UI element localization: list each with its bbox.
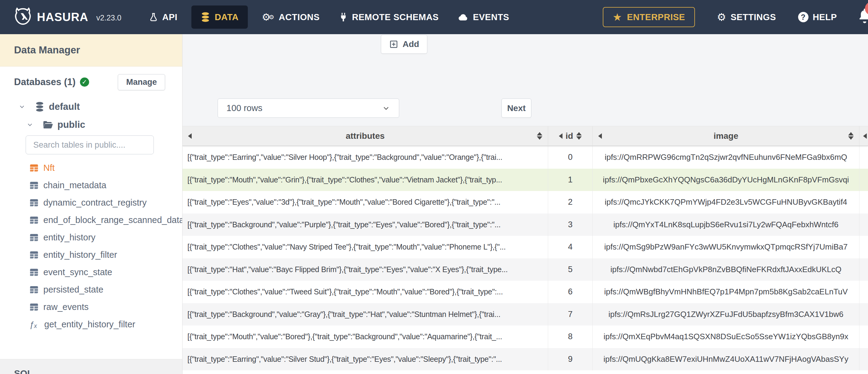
cell-attributes: [{"trait_type":"Earring","value":"Silver…: [183, 146, 548, 169]
cell-partial: [860, 169, 868, 191]
rows-per-page-select[interactable]: 100 rows: [218, 98, 399, 118]
table-row[interactable]: [{"trait_type":"Earring","value":"Silver…: [183, 146, 868, 169]
tables-list: ƒₓ Nft ƒₓ chain_metadata ƒₓ dynamic_: [0, 159, 182, 333]
sidebar-table-item[interactable]: ƒₓ raw_events: [0, 298, 182, 316]
nav-item-actions[interactable]: ⚙⚙ ACTIONS: [252, 12, 330, 22]
cell-id: 6: [548, 281, 593, 303]
column-header-image[interactable]: image: [593, 126, 860, 146]
sort-icon: [576, 132, 582, 140]
expand-column-icon: [559, 133, 562, 139]
nav-item-api[interactable]: API: [139, 12, 187, 22]
gears-icon: ⚙⚙: [262, 12, 275, 22]
sidebar-body: Databases (1) ✓ Manage default: [0, 66, 182, 359]
sidebar-table-item[interactable]: ƒₓ end_of_block_range_scanned_data: [0, 211, 182, 229]
cell-attributes: [{"trait_type":"Earring","value":"Silver…: [183, 348, 548, 371]
nav-item-remote-schemas[interactable]: REMOTE SCHEMAS: [329, 12, 448, 22]
sidebar-table-item[interactable]: ƒₓ dynamic_contract_registry: [0, 194, 182, 211]
sidebar-table-item[interactable]: ƒₓ Nft: [0, 159, 182, 177]
nav-item-help[interactable]: ? HELP: [798, 12, 837, 22]
cell-image: ipfs://QmWBgfBhyVmHNhBfEQ7p1P4Mpn7pm5b8K…: [593, 281, 860, 303]
cell-attributes: [{"trait_type":"Background","value":"Gra…: [183, 303, 548, 326]
cell-image: ipfs://QmPbxeGcXhYQQNgsC6a36dDyYUcHgMLnG…: [593, 169, 860, 191]
cell-partial: [860, 214, 868, 236]
table-row[interactable]: [{"trait_type":"Mouth","value":"Grin"},{…: [183, 169, 868, 191]
tree-item-schema[interactable]: public: [0, 116, 182, 134]
page-body: Data Manager Databases (1) ✓ Manage d: [0, 34, 868, 374]
cell-partial: [860, 258, 868, 281]
table-icon: [29, 268, 39, 277]
databases-row: Databases (1) ✓ Manage: [14, 74, 165, 90]
cell-image: ipfs://QmSg9bPzW9anFYc3wWU5KnvymwkxQTpmq…: [593, 236, 860, 258]
cell-attributes: [{"trait_type":"Mouth","value":"Bored"},…: [183, 325, 548, 348]
cell-id: 7: [548, 303, 593, 326]
main-content: Add 100 rows Next attributes id: [183, 34, 868, 374]
nav-menu: API DATA ⚙⚙ ACTIONS REMOTE SCHEMAS EVENT…: [139, 5, 519, 29]
version-label: v2.23.0: [96, 13, 121, 22]
cell-partial: [860, 281, 868, 303]
sidebar-table-item[interactable]: ƒₓ persisted_state: [0, 281, 182, 298]
star-icon: ★: [613, 12, 622, 22]
column-header-partial[interactable]: [860, 126, 868, 146]
cell-image: ipfs://QmXEqPbvM4aq1SQSXN8DSuEcSo5SseYW1…: [593, 325, 860, 348]
sidebar-table-item[interactable]: ƒₓ event_sync_state: [0, 263, 182, 281]
sidebar-table-item[interactable]: ƒₓ get_entity_history_filter: [0, 316, 182, 333]
expand-column-icon: [598, 133, 602, 139]
function-icon: ƒₓ: [29, 320, 40, 330]
table-icon: [29, 198, 39, 208]
search-tables-input[interactable]: [26, 135, 154, 154]
chevron-down-icon: [26, 121, 34, 128]
table-row[interactable]: [{"trait_type":"Clothes","value":"Navy S…: [183, 236, 868, 258]
flask-icon: [149, 12, 158, 22]
next-page-button[interactable]: Next: [501, 98, 531, 118]
sidebar-table-item[interactable]: ƒₓ entity_history_filter: [0, 246, 182, 263]
column-header-id[interactable]: id: [548, 126, 593, 146]
nav-item-settings[interactable]: ⚙ SETTINGS: [717, 12, 776, 22]
cell-image: ipfs://QmRRPWG96cmgTn2qSzjwr2qvfNEuhunv6…: [593, 146, 860, 169]
cell-attributes: [{"trait_type":"Clothes","value":"Tweed …: [183, 281, 548, 303]
chevron-down-icon: [382, 104, 390, 113]
column-header-attributes[interactable]: attributes: [183, 126, 548, 146]
manage-button[interactable]: Manage: [118, 74, 165, 90]
browse-rows-table: attributes id image: [183, 126, 868, 374]
cell-image: ipfs://QmNwbd7ctEhGpVkP8nZvBBQfiNeFKRdxf…: [593, 258, 860, 281]
tree-item-database[interactable]: default: [0, 98, 182, 116]
table-row[interactable]: [{"trait_type":"Eyes","value":"3d"},{"tr…: [183, 191, 868, 214]
notifications-bell[interactable]: 8: [857, 7, 868, 27]
table-icon: [29, 250, 39, 259]
table-row[interactable]: [{"trait_type":"Background","value":"Pur…: [183, 214, 868, 236]
cell-partial: [860, 191, 868, 214]
nav-item-data[interactable]: DATA: [191, 5, 248, 29]
navbar-right: ★ ENTERPRISE ⚙ SETTINGS ? HELP 8: [603, 7, 868, 27]
sidebar-table-item[interactable]: ƒₓ entity_history: [0, 229, 182, 246]
table-icon: [29, 163, 39, 173]
cell-partial: [860, 236, 868, 258]
expand-column-icon: [188, 133, 192, 139]
cell-id: 1: [548, 169, 593, 191]
expand-column-icon: [863, 133, 867, 139]
database-icon: [35, 101, 44, 112]
plug-icon: [339, 12, 348, 22]
enterprise-button[interactable]: ★ ENTERPRISE: [603, 7, 695, 27]
nav-item-events[interactable]: EVENTS: [448, 12, 519, 22]
hasura-logo-icon[interactable]: [14, 7, 32, 27]
sidebar-table-item[interactable]: ƒₓ chain_metadata: [0, 177, 182, 194]
sidebar-sql-section[interactable]: SQL: [0, 359, 182, 374]
database-icon: [200, 12, 210, 22]
cell-partial: [860, 146, 868, 169]
table-row[interactable]: [{"trait_type":"Earring","value":"Silver…: [183, 348, 868, 371]
table-row[interactable]: [{"trait_type":"Hat","value":"Bayc Flipp…: [183, 258, 868, 281]
table-icon: [29, 302, 39, 312]
table-row[interactable]: [{"trait_type":"Mouth","value":"Bored"},…: [183, 325, 868, 348]
add-row-button[interactable]: Add: [381, 35, 427, 54]
table-row[interactable]: [{"trait_type":"Clothes","value":"Tweed …: [183, 281, 868, 303]
cloud-icon: [458, 13, 468, 21]
sort-icon: [848, 132, 854, 140]
table-icon: [29, 181, 39, 190]
data-manager-title: Data Manager: [0, 34, 182, 66]
cell-partial: [860, 348, 868, 371]
cell-attributes: [{"trait_type":"Clothes","value":"Navy S…: [183, 236, 548, 258]
databases-label: Databases (1): [14, 76, 76, 88]
table-icon: [29, 233, 39, 242]
table-row[interactable]: [{"trait_type":"Background","value":"Gra…: [183, 303, 868, 326]
cell-partial: [860, 303, 868, 326]
